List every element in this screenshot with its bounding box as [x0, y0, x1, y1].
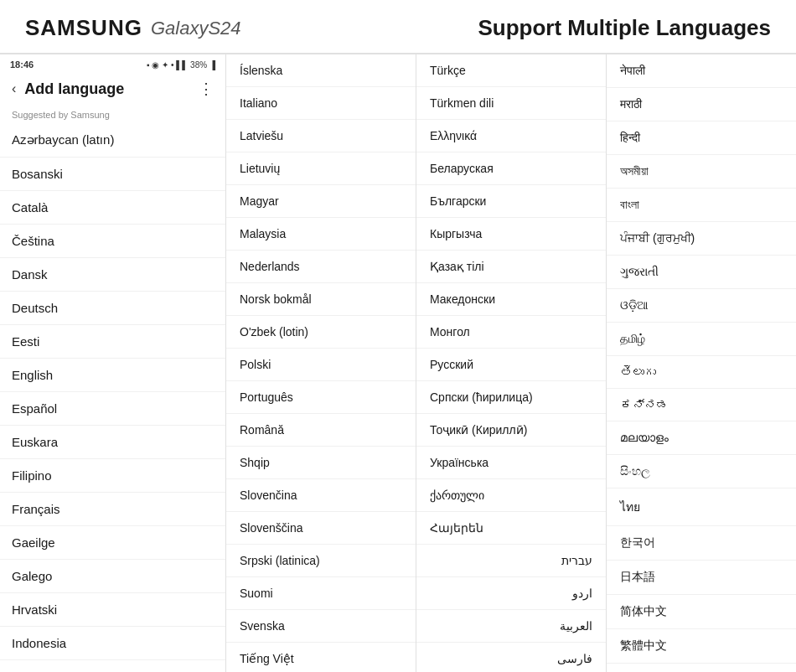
list-item[interactable]: Tiếng Việt: [226, 643, 416, 672]
status-bar: 18:46 ▪ ◉ ✦ • ▌▌ 38% ▐: [0, 54, 225, 73]
list-item[interactable]: Español: [0, 392, 225, 426]
list-item[interactable]: Català: [0, 191, 225, 225]
more-icon[interactable]: ⋮: [199, 80, 214, 98]
list-item[interactable]: Azərbaycan (latın): [0, 123, 225, 158]
page-title: Support Multiple Languages: [478, 15, 771, 41]
list-item[interactable]: অসমীয়া: [607, 155, 796, 189]
list-item[interactable]: Македонски: [416, 283, 606, 316]
list-item[interactable]: Беларуская: [416, 152, 606, 185]
list-item[interactable]: Slovenščina: [226, 512, 416, 545]
list-item[interactable]: 繁體中文: [607, 629, 796, 664]
list-item[interactable]: עברית: [416, 545, 606, 577]
list-item[interactable]: Gaeilge: [0, 526, 225, 560]
list-item[interactable]: සිංහල: [607, 455, 796, 488]
list-item[interactable]: فارسی: [416, 643, 606, 672]
list-item[interactable]: मराठी: [607, 88, 796, 121]
list-item[interactable]: اردو: [416, 577, 606, 610]
list-item[interactable]: తెలుగు: [607, 356, 796, 389]
list-item[interactable]: Lietuvių: [226, 152, 416, 185]
list-item[interactable]: Slovenčina: [226, 479, 416, 512]
list-item[interactable]: தமிழ்: [607, 323, 796, 356]
list-item[interactable]: Dansk: [0, 258, 225, 292]
list-item[interactable]: ಕನ್ನಡ: [607, 389, 796, 421]
list-item[interactable]: Hrvatski: [0, 593, 225, 627]
list-item[interactable]: Suomi: [226, 577, 416, 610]
list-item[interactable]: Français: [0, 493, 225, 526]
list-item[interactable]: Türkmen dili: [416, 87, 606, 120]
list-item[interactable]: Українська: [416, 447, 606, 479]
list-item[interactable]: 日本語: [607, 561, 796, 595]
back-icon[interactable]: ‹: [12, 81, 16, 96]
list-item[interactable]: Latviešu: [226, 120, 416, 152]
list-item[interactable]: Srpski (latinica): [226, 545, 416, 577]
list-item[interactable]: Čeština: [0, 225, 225, 258]
list-item[interactable]: বাংলা: [607, 189, 796, 222]
status-icons: ▪ ◉ ✦ • ▌▌ 38% ▐: [147, 60, 215, 70]
suggested-label: Suggested by Samsung: [0, 105, 225, 123]
list-item[interactable]: Български: [416, 185, 606, 218]
list-item[interactable]: English: [0, 359, 225, 392]
list-item[interactable]: Nederlands: [226, 251, 416, 283]
list-item[interactable]: Bosanski: [0, 158, 225, 191]
list-item[interactable]: Norsk bokmål: [226, 283, 416, 316]
list-item[interactable]: ଓଡ଼ିଆ: [607, 289, 796, 323]
list-item[interactable]: Deutsch: [0, 292, 225, 325]
list-item[interactable]: Malaysia: [226, 218, 416, 251]
status-time: 18:46: [10, 59, 34, 70]
list-item[interactable]: Svenska: [226, 610, 416, 643]
galaxy-logo: GalaxyS24: [151, 18, 241, 39]
list-item[interactable]: Српски (ћирилица): [416, 381, 606, 414]
list-item[interactable]: Тоҷикӣ (Кириллӣ): [416, 414, 606, 447]
list-item[interactable]: മലയാളം: [607, 421, 796, 455]
nav-bar: ‹ Add language ⋮: [0, 73, 225, 105]
list-item[interactable]: Română: [226, 414, 416, 447]
list-item[interactable]: 简体中文: [607, 595, 796, 629]
list-item[interactable]: ਪੰਜਾਬੀ (ਗੁਰਮੁਖੀ): [607, 222, 796, 256]
list-item[interactable]: O'zbek (lotin): [226, 316, 416, 349]
list-item[interactable]: Кыргызча: [416, 218, 606, 251]
list-item[interactable]: नेपाली: [607, 54, 796, 88]
main-content: 18:46 ▪ ◉ ✦ • ▌▌ 38% ▐ ‹ Add language ⋮ …: [0, 54, 796, 672]
language-column-4: नेपालीमराठीहिन्दीঅসমীয়াবাংলাਪੰਜਾਬੀ (ਗੁਰ…: [607, 54, 796, 672]
list-item[interactable]: Filipino: [0, 459, 225, 493]
list-item[interactable]: Íslenska: [226, 54, 416, 87]
list-item[interactable]: 한국어: [607, 526, 796, 561]
list-item[interactable]: ગુજરાતી: [607, 256, 796, 289]
list-item[interactable]: Türkçe: [416, 54, 606, 87]
language-column-3: TürkçeTürkmen diliΕλληνικάБеларускаяБълг…: [416, 54, 607, 672]
list-item[interactable]: ქართული: [416, 479, 606, 512]
phone-panel: 18:46 ▪ ◉ ✦ • ▌▌ 38% ▐ ‹ Add language ⋮ …: [0, 54, 226, 672]
list-item[interactable]: Հայերեն: [416, 512, 606, 545]
list-item[interactable]: Shqip: [226, 447, 416, 479]
list-item[interactable]: Русский: [416, 349, 606, 381]
samsung-logo: SAMSUNG: [25, 15, 142, 41]
phone-language-list: Azərbaycan (latın)BosanskiCatalàČeštinaD…: [0, 123, 225, 660]
list-item[interactable]: Magyar: [226, 185, 416, 218]
list-item[interactable]: Қазақ тілі: [416, 251, 606, 283]
header: SAMSUNG GalaxyS24 Support Multiple Langu…: [0, 0, 796, 54]
list-item[interactable]: Euskara: [0, 426, 225, 459]
nav-title: Add language: [24, 80, 199, 98]
list-item[interactable]: Монгол: [416, 316, 606, 349]
list-item[interactable]: ไทย: [607, 488, 796, 526]
list-item[interactable]: Italiano: [226, 87, 416, 120]
list-item[interactable]: Indonesia: [0, 627, 225, 660]
language-column-2: ÍslenskaItalianoLatviešuLietuviųMagyarMa…: [226, 54, 416, 672]
list-item[interactable]: Galego: [0, 560, 225, 593]
list-item[interactable]: Polski: [226, 349, 416, 381]
list-item[interactable]: العربية: [416, 610, 606, 643]
list-item[interactable]: हिन्दी: [607, 121, 796, 155]
list-item[interactable]: Ελληνικά: [416, 120, 606, 152]
list-item[interactable]: Português: [226, 381, 416, 414]
list-item[interactable]: Eesti: [0, 325, 225, 359]
